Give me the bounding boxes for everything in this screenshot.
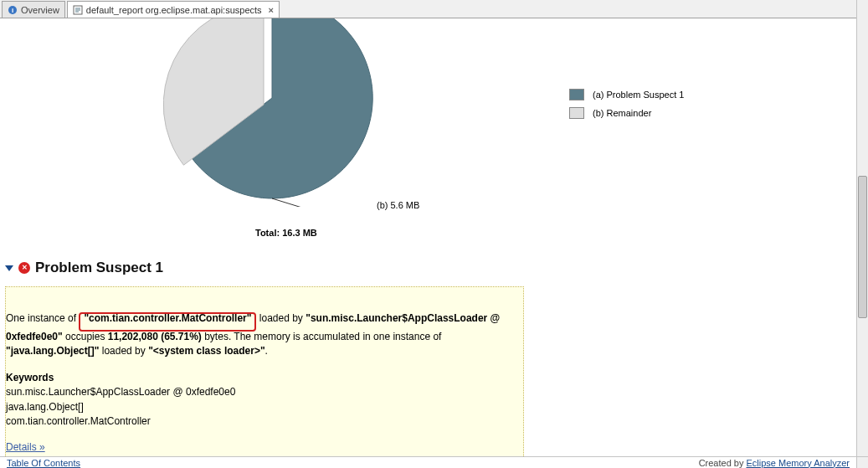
details-link[interactable]: Details » <box>6 440 45 455</box>
suspect-info-box: One instance of "com.tian.controller.Mat… <box>5 286 524 456</box>
bytes-value: 11,202,080 (65.71%) <box>108 331 202 342</box>
scroll-thumb[interactable] <box>858 176 867 318</box>
keyword-line: java.lang.Object[] <box>6 400 515 414</box>
system-loader: "<system class loader>" <box>148 345 265 357</box>
swatch-a <box>569 89 584 100</box>
text: Created by <box>699 458 747 468</box>
legend-label: (b) Remainder <box>593 108 651 118</box>
class-name: "com.tian.controller.MatController" <box>84 312 251 324</box>
text: loaded by <box>256 312 306 324</box>
highlighted-class: "com.tian.controller.MatController" <box>79 312 256 332</box>
scroll-corner <box>856 456 868 468</box>
editor-viewport: i Overview default_report org.eclipse.ma… <box>0 0 868 468</box>
info-icon: i <box>8 5 18 15</box>
pie-total-label: Total: 16.3 MB <box>255 228 317 238</box>
tab-strip: i Overview default_report org.eclipse.ma… <box>0 0 868 18</box>
report-icon <box>73 5 83 15</box>
legend-item-a: (a) Problem Suspect 1 <box>569 85 684 104</box>
vertical-scrollbar[interactable] <box>856 0 868 456</box>
keyword-line: com.tian.controller.MatController <box>6 414 515 429</box>
section-title: Problem Suspect 1 <box>35 260 163 276</box>
report-content: (b) 5.6 MB Total: 16.3 MB (a) Problem Su… <box>0 18 856 456</box>
pie-chart: (b) 5.6 MB Total: 16.3 MB <box>126 18 477 236</box>
text: . <box>265 345 268 357</box>
tab-overview[interactable]: i Overview <box>2 1 65 18</box>
legend-item-b: (b) Remainder <box>569 104 684 122</box>
svg-line-6 <box>272 198 326 207</box>
section-header[interactable]: Problem Suspect 1 <box>5 260 163 276</box>
object-type: "java.lang.Object[]" <box>6 345 99 357</box>
text: One instance of <box>6 312 79 324</box>
chart-legend: (a) Problem Suspect 1 (b) Remainder <box>569 85 684 122</box>
text: occupies <box>63 331 108 342</box>
keyword-line: sun.misc.Launcher$AppClassLoader @ 0xfed… <box>6 385 515 399</box>
footer-bar: Table Of Contents Created by Eclipse Mem… <box>0 456 856 468</box>
suspect-paragraph: One instance of "com.tian.controller.Mat… <box>6 311 515 359</box>
legend-label: (a) Problem Suspect 1 <box>593 90 684 100</box>
tab-label: default_report org.eclipse.mat.api:suspe… <box>86 5 262 15</box>
close-icon[interactable]: × <box>269 5 274 15</box>
credit-text: Created by Eclipse Memory Analyzer <box>699 458 850 468</box>
collapse-icon[interactable] <box>5 265 13 271</box>
tab-report[interactable]: default_report org.eclipse.mat.api:suspe… <box>67 1 280 18</box>
slice-b-label: (b) 5.6 MB <box>377 200 419 210</box>
credit-link[interactable]: Eclipse Memory Analyzer <box>747 458 850 468</box>
error-icon <box>18 262 30 274</box>
svg-text:i: i <box>12 7 13 14</box>
swatch-b <box>569 107 584 119</box>
text: loaded by <box>99 345 148 357</box>
toc-link[interactable]: Table Of Contents <box>7 458 80 468</box>
text: bytes. The memory is accumulated in one … <box>202 331 442 342</box>
tab-label: Overview <box>21 5 59 15</box>
keywords-heading: Keywords <box>6 371 515 385</box>
pie-svg <box>163 18 381 207</box>
